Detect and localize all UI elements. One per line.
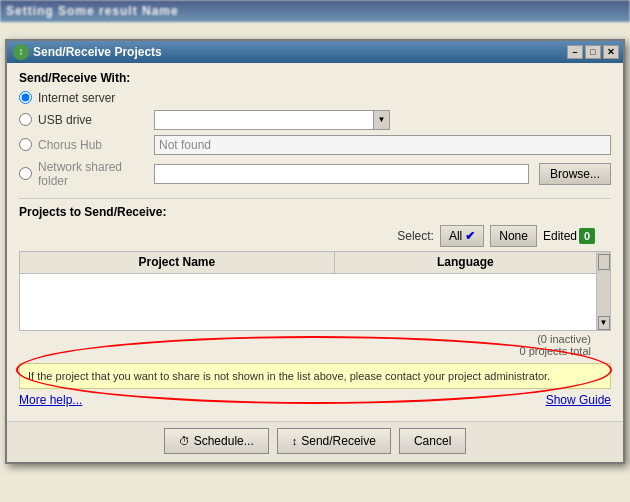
radio-usb[interactable] [19, 113, 32, 126]
radio-network[interactable] [19, 167, 32, 180]
usb-dropdown-arrow[interactable]: ▼ [374, 110, 390, 130]
col-project-name: Project Name [20, 252, 335, 273]
radio-chorus-label: Chorus Hub [38, 138, 148, 152]
check-icon: ✔ [465, 229, 475, 243]
inactive-count: (0 inactive) [19, 333, 591, 345]
radio-group: Internet server USB drive ▼ Chorus Hub [19, 91, 611, 188]
maximize-button[interactable]: □ [585, 45, 601, 59]
select-none-button[interactable]: None [490, 225, 537, 247]
radio-internet-label: Internet server [38, 91, 148, 105]
select-all-label: All [449, 229, 462, 243]
chorus-hub-field [154, 135, 611, 155]
dialog-titlebar: ↕ Send/Receive Projects – □ ✕ [7, 41, 623, 63]
usb-dropdown-field[interactable] [154, 110, 374, 130]
network-folder-field[interactable] [154, 164, 529, 184]
select-row: Select: All ✔ None Edited 0 [19, 225, 611, 247]
radio-row-usb: USB drive ▼ [19, 110, 611, 130]
projects-table: Project Name Language ▼ [19, 251, 611, 331]
usb-dropdown-wrap: ▼ [154, 110, 390, 130]
radio-row-network: Network shared folder Browse... [19, 160, 611, 188]
schedule-label: Schedule... [194, 434, 254, 448]
schedule-button[interactable]: ⏱ Schedule... [164, 428, 269, 454]
select-label: Select: [397, 229, 434, 243]
table-header: Project Name Language [20, 252, 610, 274]
browse-button[interactable]: Browse... [539, 163, 611, 185]
radio-chorus[interactable] [19, 138, 32, 151]
inactive-info: (0 inactive) 0 projects total [19, 331, 611, 357]
send-receive-icon: ↕ [292, 435, 298, 447]
send-receive-label: Send/Receive [301, 434, 376, 448]
projects-label: Projects to Send/Receive: [19, 205, 611, 219]
titlebar-controls: – □ ✕ [567, 45, 619, 59]
col-language: Language [335, 252, 596, 273]
help-row: More help... Show Guide [19, 393, 611, 407]
radio-usb-label: USB drive [38, 113, 148, 127]
radio-network-label: Network shared folder [38, 160, 148, 188]
show-guide-link[interactable]: Show Guide [546, 393, 611, 407]
radio-row-internet: Internet server [19, 91, 611, 105]
cancel-button[interactable]: Cancel [399, 428, 466, 454]
send-receive-dialog: ↕ Send/Receive Projects – □ ✕ Send/Recei… [5, 39, 625, 464]
dialog-title: Send/Receive Projects [33, 45, 162, 59]
info-message: If the project that you want to share is… [28, 370, 550, 382]
radio-row-chorus: Chorus Hub [19, 135, 611, 155]
edited-label: Edited [543, 229, 577, 243]
send-receive-with-label: Send/Receive With: [19, 71, 611, 85]
info-box: If the project that you want to share is… [19, 363, 611, 389]
dialog-content: Send/Receive With: Internet server USB d… [7, 63, 623, 421]
select-all-button[interactable]: All ✔ [440, 225, 484, 247]
table-scrollbar[interactable]: ▼ [596, 252, 610, 330]
divider [19, 198, 611, 199]
edited-badge: Edited 0 [543, 225, 595, 247]
send-receive-button[interactable]: ↕ Send/Receive [277, 428, 391, 454]
scrollbar-thumb [598, 254, 610, 270]
radio-internet[interactable] [19, 91, 32, 104]
total-info: 0 projects total [19, 345, 591, 357]
close-button[interactable]: ✕ [603, 45, 619, 59]
edited-count: 0 [579, 228, 595, 244]
button-bar: ⏱ Schedule... ↕ Send/Receive Cancel [7, 421, 623, 462]
scrollbar-bottom-arrow[interactable]: ▼ [598, 316, 610, 330]
more-help-link[interactable]: More help... [19, 393, 82, 407]
minimize-button[interactable]: – [567, 45, 583, 59]
background-title: Setting Some result Name [0, 0, 630, 22]
schedule-icon: ⏱ [179, 435, 190, 447]
dialog-icon: ↕ [13, 44, 29, 60]
